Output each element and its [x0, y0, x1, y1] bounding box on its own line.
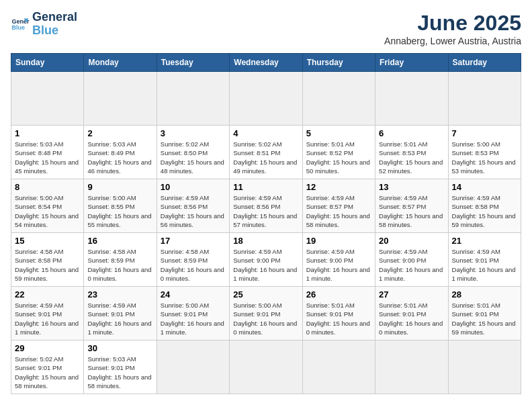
day-cell [302, 72, 375, 126]
day-number: 19 [306, 236, 371, 246]
day-cell: 30Sunrise: 5:03 AMSunset: 9:01 PMDayligh… [84, 340, 157, 394]
week-row-4: 22Sunrise: 4:59 AMSunset: 9:01 PMDayligh… [11, 287, 521, 340]
day-info: Sunrise: 5:02 AMSunset: 8:50 PMDaylight:… [161, 140, 226, 175]
day-cell: 22Sunrise: 4:59 AMSunset: 9:01 PMDayligh… [11, 287, 84, 340]
week-row-2: 8Sunrise: 5:00 AMSunset: 8:54 PMDaylight… [11, 179, 521, 233]
day-number: 14 [452, 182, 517, 192]
page-header: General Blue General Blue June 2025 Anna… [11, 11, 521, 46]
day-cell: 20Sunrise: 4:59 AMSunset: 9:00 PMDayligh… [375, 233, 448, 287]
day-number: 27 [379, 289, 444, 300]
day-cell [375, 340, 448, 394]
day-cell: 1Sunrise: 5:03 AMSunset: 8:48 PMDaylight… [11, 126, 84, 179]
day-info: Sunrise: 4:59 AMSunset: 8:57 PMDaylight:… [379, 193, 444, 229]
day-number: 5 [306, 128, 371, 138]
logo-text: General Blue [32, 11, 77, 38]
day-info: Sunrise: 4:59 AMSunset: 8:56 PMDaylight:… [233, 193, 298, 229]
day-number: 9 [87, 182, 152, 192]
day-cell: 2Sunrise: 5:03 AMSunset: 8:49 PMDaylight… [84, 126, 157, 179]
day-number: 29 [15, 343, 80, 353]
day-cell: 19Sunrise: 4:59 AMSunset: 9:00 PMDayligh… [302, 233, 375, 287]
day-cell: 6Sunrise: 5:01 AMSunset: 8:53 PMDaylight… [375, 126, 448, 179]
week-row-0 [11, 72, 521, 126]
week-row-1: 1Sunrise: 5:03 AMSunset: 8:48 PMDaylight… [11, 126, 521, 179]
day-number: 21 [452, 236, 517, 246]
day-number: 1 [15, 128, 80, 138]
day-number: 22 [15, 289, 80, 300]
day-cell: 15Sunrise: 4:58 AMSunset: 8:58 PMDayligh… [11, 233, 84, 287]
calendar-table: SundayMondayTuesdayWednesdayThursdayFrid… [11, 53, 521, 394]
day-number: 13 [379, 182, 444, 192]
day-cell [11, 72, 84, 126]
day-number: 16 [87, 236, 152, 246]
header-cell-sunday: Sunday [11, 54, 84, 72]
day-info: Sunrise: 4:59 AMSunset: 9:01 PMDaylight:… [15, 301, 80, 336]
day-info: Sunrise: 5:02 AMSunset: 8:51 PMDaylight:… [233, 140, 298, 175]
day-info: Sunrise: 4:59 AMSunset: 8:57 PMDaylight:… [306, 193, 371, 229]
day-info: Sunrise: 4:59 AMSunset: 8:58 PMDaylight:… [452, 193, 517, 229]
day-cell: 13Sunrise: 4:59 AMSunset: 8:57 PMDayligh… [375, 179, 448, 233]
day-cell [448, 72, 521, 126]
day-number: 20 [379, 236, 444, 246]
day-info: Sunrise: 4:59 AMSunset: 9:00 PMDaylight:… [306, 247, 371, 283]
day-cell [84, 72, 157, 126]
day-info: Sunrise: 5:01 AMSunset: 9:01 PMDaylight:… [452, 301, 517, 336]
day-cell: 10Sunrise: 4:59 AMSunset: 8:56 PMDayligh… [157, 179, 229, 233]
day-info: Sunrise: 5:00 AMSunset: 8:53 PMDaylight:… [452, 140, 517, 175]
day-info: Sunrise: 4:58 AMSunset: 8:59 PMDaylight:… [87, 247, 152, 283]
day-cell: 27Sunrise: 5:01 AMSunset: 9:01 PMDayligh… [375, 287, 448, 340]
day-info: Sunrise: 5:01 AMSunset: 9:01 PMDaylight:… [379, 301, 444, 336]
day-cell: 18Sunrise: 4:59 AMSunset: 9:00 PMDayligh… [230, 233, 302, 287]
header-cell-saturday: Saturday [448, 54, 521, 72]
day-info: Sunrise: 4:59 AMSunset: 9:00 PMDaylight:… [379, 247, 444, 283]
logo: General Blue General Blue [11, 11, 77, 38]
day-info: Sunrise: 5:00 AMSunset: 8:54 PMDaylight:… [15, 193, 80, 229]
day-info: Sunrise: 5:02 AMSunset: 9:01 PMDaylight:… [15, 355, 80, 390]
day-number: 4 [233, 128, 298, 138]
header-row: SundayMondayTuesdayWednesdayThursdayFrid… [11, 54, 521, 72]
day-cell: 28Sunrise: 5:01 AMSunset: 9:01 PMDayligh… [448, 287, 521, 340]
day-cell [157, 72, 229, 126]
day-cell: 8Sunrise: 5:00 AMSunset: 8:54 PMDaylight… [11, 179, 84, 233]
header-cell-wednesday: Wednesday [230, 54, 302, 72]
day-info: Sunrise: 5:03 AMSunset: 8:48 PMDaylight:… [15, 140, 80, 175]
day-cell: 23Sunrise: 4:59 AMSunset: 9:01 PMDayligh… [84, 287, 157, 340]
day-number: 2 [87, 128, 152, 138]
day-cell [302, 340, 375, 394]
day-cell [230, 340, 302, 394]
day-cell: 21Sunrise: 4:59 AMSunset: 9:01 PMDayligh… [448, 233, 521, 287]
day-number: 8 [15, 182, 80, 192]
day-cell: 12Sunrise: 4:59 AMSunset: 8:57 PMDayligh… [302, 179, 375, 233]
day-info: Sunrise: 5:03 AMSunset: 8:49 PMDaylight:… [87, 140, 152, 175]
day-cell [230, 72, 302, 126]
day-cell: 3Sunrise: 5:02 AMSunset: 8:50 PMDaylight… [157, 126, 229, 179]
day-info: Sunrise: 4:59 AMSunset: 8:56 PMDaylight:… [161, 193, 226, 229]
day-info: Sunrise: 4:59 AMSunset: 9:00 PMDaylight:… [233, 247, 298, 283]
week-row-5: 29Sunrise: 5:02 AMSunset: 9:01 PMDayligh… [11, 340, 521, 394]
calendar-subtitle: Annaberg, Lower Austria, Austria [384, 36, 521, 46]
day-number: 30 [87, 343, 152, 353]
day-info: Sunrise: 5:03 AMSunset: 9:01 PMDaylight:… [87, 355, 152, 390]
header-cell-friday: Friday [375, 54, 448, 72]
day-cell [448, 340, 521, 394]
day-number: 18 [233, 236, 298, 246]
header-cell-thursday: Thursday [302, 54, 375, 72]
week-row-3: 15Sunrise: 4:58 AMSunset: 8:58 PMDayligh… [11, 233, 521, 287]
day-number: 3 [161, 128, 226, 138]
day-number: 10 [161, 182, 226, 192]
day-number: 28 [452, 289, 517, 300]
day-cell [157, 340, 229, 394]
header-cell-monday: Monday [84, 54, 157, 72]
day-number: 15 [15, 236, 80, 246]
title-area: June 2025 Annaberg, Lower Austria, Austr… [384, 11, 521, 46]
day-info: Sunrise: 4:58 AMSunset: 8:58 PMDaylight:… [15, 247, 80, 283]
day-number: 26 [306, 289, 371, 300]
day-cell: 4Sunrise: 5:02 AMSunset: 8:51 PMDaylight… [230, 126, 302, 179]
calendar-title: June 2025 [384, 11, 521, 36]
day-info: Sunrise: 5:00 AMSunset: 9:01 PMDaylight:… [161, 301, 226, 336]
day-cell: 16Sunrise: 4:58 AMSunset: 8:59 PMDayligh… [84, 233, 157, 287]
day-number: 23 [87, 289, 152, 300]
day-number: 12 [306, 182, 371, 192]
day-number: 7 [452, 128, 517, 138]
day-cell: 24Sunrise: 5:00 AMSunset: 9:01 PMDayligh… [157, 287, 229, 340]
day-info: Sunrise: 4:59 AMSunset: 9:01 PMDaylight:… [452, 247, 517, 283]
